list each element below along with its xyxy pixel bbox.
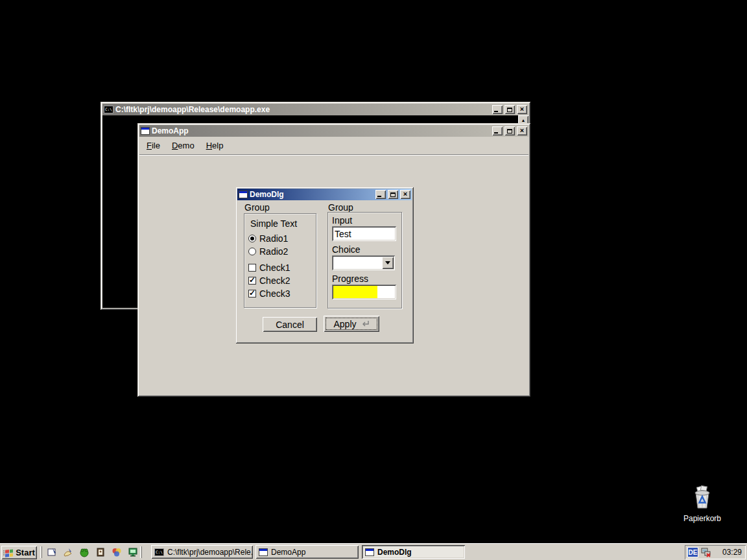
green-creature-icon[interactable] xyxy=(77,545,91,559)
demoapp-close-button[interactable]: × xyxy=(517,126,527,135)
choice-arrow-button[interactable] xyxy=(382,257,394,269)
radio1-radio-icon[interactable] xyxy=(248,235,256,242)
console-minimize-button[interactable] xyxy=(492,105,503,114)
network-error-icon[interactable] xyxy=(701,547,711,557)
demoapp-maximize-button[interactable] xyxy=(504,126,515,135)
color-wheel-icon[interactable] xyxy=(110,545,124,559)
right-groupbox: Input Choice Progress xyxy=(327,212,402,309)
taskbar-divider xyxy=(140,546,142,558)
chevron-down-icon xyxy=(385,261,390,264)
green-monitor-icon[interactable] xyxy=(126,545,140,559)
start-button[interactable]: Start xyxy=(1,546,37,559)
address-book-icon[interactable] xyxy=(93,545,108,559)
choice-label: Choice xyxy=(332,244,361,255)
taskbar-button-console[interactable]: C:\ C:\fltk\prj\demoapp\Rele... xyxy=(151,545,253,559)
show-desktop-icon[interactable] xyxy=(45,545,59,559)
taskbar-button-demoapp[interactable]: DemoApp xyxy=(255,545,359,559)
window-icon xyxy=(239,191,248,198)
radio2-radio-icon[interactable] xyxy=(248,248,256,255)
taskbar-clock: 03:29 xyxy=(722,548,742,557)
demodlg-minimize-button[interactable] xyxy=(375,190,386,199)
simple-text-label: Simple Text xyxy=(250,218,297,229)
demodlg-window: DemoDlg × Group Simple Text Radio1 Radio… xyxy=(235,187,414,344)
quick-launch-bar xyxy=(45,545,140,559)
close-icon: × xyxy=(520,127,524,134)
input-field[interactable] xyxy=(332,226,396,241)
input-field-box xyxy=(332,226,396,241)
taskbar: Start xyxy=(0,543,747,560)
close-icon: × xyxy=(403,191,407,198)
recycle-bin-icon xyxy=(691,485,713,509)
cancel-button[interactable]: Cancel xyxy=(263,317,317,332)
demodlg-close-button[interactable]: × xyxy=(400,190,410,199)
check2-checkbox-icon[interactable] xyxy=(248,277,256,285)
arrow-up-icon: ▲ xyxy=(521,118,526,122)
console-icon: C:\ xyxy=(154,548,164,556)
checkbox-check2[interactable]: Check2 xyxy=(248,275,290,286)
taskbar-divider xyxy=(40,546,42,558)
maximize-icon xyxy=(390,192,396,197)
check3-checkbox-icon[interactable] xyxy=(248,290,256,298)
demoapp-minimize-button[interactable] xyxy=(492,126,503,135)
demoapp-menubar: File Demo Help xyxy=(139,137,528,155)
input-label: Input xyxy=(332,215,352,226)
window-icon xyxy=(259,548,268,556)
radio-radio2[interactable]: Radio2 xyxy=(248,246,288,257)
demoapp-titlebar[interactable]: DemoApp × xyxy=(139,125,528,137)
keyboard-layout-indicator[interactable]: DE xyxy=(687,547,698,557)
desktop-icon-papierkorb[interactable]: Papierkorb xyxy=(678,485,727,523)
check1-checkbox-icon[interactable] xyxy=(248,264,256,272)
demodlg-maximize-button[interactable] xyxy=(388,190,398,199)
menu-item-demo[interactable]: Demo xyxy=(166,139,200,152)
taskbar-button-demodlg[interactable]: DemoDlg xyxy=(362,545,465,559)
demoapp-window-title: DemoApp xyxy=(152,126,490,135)
console-icon: C:\ xyxy=(104,106,113,113)
left-groupbox: Simple Text Radio1 Radio2 Check1 Check2 … xyxy=(244,213,316,308)
menu-item-help[interactable]: Help xyxy=(200,139,230,152)
desktop: C:\ C:\fltk\prj\demoapp\Release\demoapp.… xyxy=(0,0,747,560)
minimize-icon xyxy=(377,196,381,197)
minimize-icon xyxy=(494,132,498,134)
checkbox-check1[interactable]: Check1 xyxy=(248,262,290,273)
demodlg-titlebar[interactable]: DemoDlg × xyxy=(237,189,412,200)
desktop-icon-label: Papierkorb xyxy=(678,514,727,523)
progress-bar xyxy=(332,285,396,299)
window-icon xyxy=(141,127,150,135)
maximize-icon xyxy=(507,129,512,134)
windows-flag-icon xyxy=(3,548,14,557)
progress-fill xyxy=(333,286,377,298)
maximize-icon xyxy=(507,108,512,112)
system-tray: DE 03:29 xyxy=(685,545,746,559)
console-titlebar[interactable]: C:\ C:\fltk\prj\demoapp\Release\demoapp.… xyxy=(102,104,528,115)
hand-pen-icon[interactable] xyxy=(61,545,75,559)
window-icon xyxy=(365,548,374,556)
console-window-title: C:\fltk\prj\demoapp\Release\demoapp.exe xyxy=(115,105,490,114)
radio-radio1[interactable]: Radio1 xyxy=(248,233,288,244)
minimize-icon xyxy=(494,111,498,112)
menu-item-file[interactable]: File xyxy=(141,139,166,152)
left-group-label: Group xyxy=(244,202,270,213)
right-group-label: Group xyxy=(328,202,353,213)
console-maximize-button[interactable] xyxy=(504,105,515,114)
console-close-button[interactable]: × xyxy=(517,105,527,114)
demodlg-window-title: DemoDlg xyxy=(250,190,374,199)
return-key-icon xyxy=(361,320,370,327)
close-icon: × xyxy=(520,106,524,113)
apply-button[interactable]: Apply xyxy=(324,316,379,332)
choice-dropdown[interactable] xyxy=(332,255,395,270)
checkbox-check3[interactable]: Check3 xyxy=(248,288,290,299)
progress-label: Progress xyxy=(332,274,368,284)
